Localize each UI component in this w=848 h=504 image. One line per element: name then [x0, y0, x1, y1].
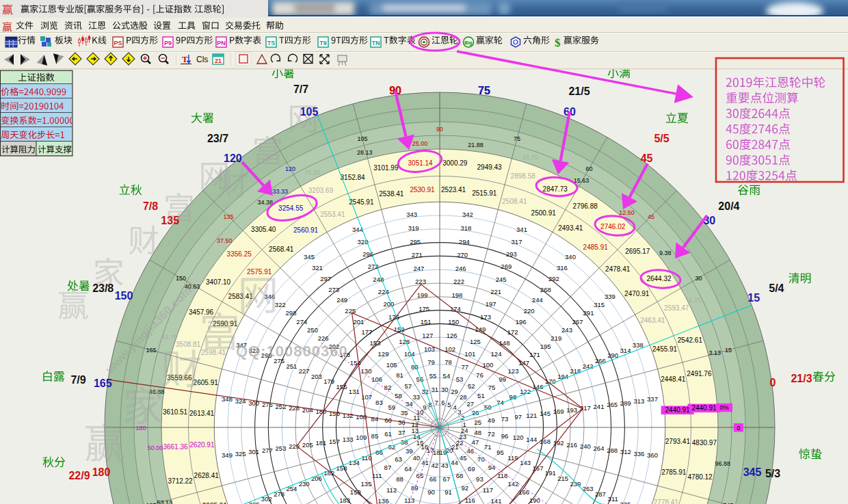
svg-text:PN: PN — [217, 40, 226, 47]
svg-text:123: 123 — [508, 367, 519, 375]
svg-text:119: 119 — [507, 454, 518, 462]
svg-text:145: 145 — [540, 410, 551, 417]
svg-text:43: 43 — [441, 462, 449, 469]
svg-text:339: 339 — [605, 293, 615, 300]
svg-text:3000.29: 3000.29 — [442, 159, 468, 167]
svg-text:64: 64 — [404, 465, 412, 473]
svg-text:106: 106 — [371, 375, 382, 383]
svg-text:2793.41: 2793.41 — [665, 438, 691, 445]
svg-text:2605.91: 2605.91 — [194, 379, 219, 386]
svg-text:87: 87 — [384, 464, 392, 471]
svg-text:293: 293 — [506, 250, 517, 258]
svg-text:311: 311 — [608, 495, 618, 503]
svg-text:342: 342 — [462, 211, 473, 218]
svg-text:Cls: Cls — [196, 55, 208, 64]
svg-text:2778.41: 2778.41 — [654, 499, 679, 504]
svg-text:73: 73 — [501, 415, 509, 423]
svg-text:120: 120 — [224, 152, 242, 164]
svg-text:195: 195 — [540, 343, 551, 350]
svg-text:298: 298 — [286, 309, 297, 317]
svg-text:45: 45 — [648, 213, 654, 220]
svg-text:93: 93 — [476, 475, 483, 483]
svg-text:2493.41: 2493.41 — [558, 224, 583, 232]
svg-text:251: 251 — [286, 362, 297, 370]
svg-text:133: 133 — [343, 436, 354, 443]
svg-text:271: 271 — [412, 251, 423, 258]
svg-text:5/4: 5/4 — [769, 282, 784, 294]
svg-text:69: 69 — [468, 465, 475, 473]
svg-text:2575.91: 2575.91 — [247, 268, 272, 276]
svg-text:143: 143 — [520, 459, 531, 466]
svg-text:78: 78 — [445, 358, 452, 366]
svg-text:343: 343 — [406, 211, 417, 218]
svg-text:226: 226 — [318, 334, 329, 342]
svg-text:96.88: 96.88 — [715, 460, 730, 467]
svg-text:53.13: 53.13 — [157, 499, 172, 504]
svg-text:177: 177 — [361, 328, 372, 336]
svg-text:2491.76: 2491.76 — [687, 370, 712, 377]
svg-text:2583.41: 2583.41 — [228, 293, 254, 300]
svg-text:104: 104 — [404, 350, 415, 358]
svg-text:2538.41: 2538.41 — [379, 190, 404, 198]
svg-text:326: 326 — [249, 501, 260, 504]
svg-text:336: 336 — [633, 450, 644, 457]
svg-text:75: 75 — [514, 135, 520, 142]
svg-text:33.33: 33.33 — [273, 188, 289, 195]
svg-text:6.25: 6.25 — [689, 297, 701, 304]
svg-text:7/8: 7/8 — [143, 200, 158, 212]
svg-text:128: 128 — [399, 338, 410, 345]
svg-text:81: 81 — [396, 371, 403, 379]
svg-text:270: 270 — [457, 251, 468, 258]
svg-text:2553.41: 2553.41 — [320, 211, 345, 218]
svg-text:2847.73: 2847.73 — [543, 185, 568, 193]
svg-text:253: 253 — [276, 445, 287, 452]
svg-text:130: 130 — [361, 367, 372, 375]
svg-text:83: 83 — [375, 399, 383, 406]
svg-text:TN: TN — [372, 40, 380, 47]
svg-text:15: 15 — [725, 347, 732, 354]
svg-text:168: 168 — [540, 438, 551, 445]
svg-text:149: 149 — [475, 326, 486, 333]
svg-text:295: 295 — [410, 238, 421, 246]
svg-text:215: 215 — [557, 475, 568, 482]
svg-text:153: 153 — [370, 339, 381, 347]
svg-text:301: 301 — [248, 448, 259, 455]
svg-text:67: 67 — [443, 475, 451, 483]
svg-text:142: 142 — [508, 480, 519, 488]
svg-text:92: 92 — [461, 484, 468, 492]
svg-text:97: 97 — [514, 413, 522, 421]
svg-text:2455.91: 2455.91 — [652, 345, 678, 353]
svg-text:315: 315 — [594, 301, 605, 308]
svg-text:337: 337 — [647, 395, 658, 403]
svg-text:35: 35 — [401, 409, 408, 416]
svg-text:21.88: 21.88 — [468, 142, 483, 148]
svg-text:2898.58: 2898.58 — [511, 172, 536, 180]
svg-text:180: 180 — [92, 466, 111, 478]
svg-text:4780.12: 4780.12 — [688, 473, 713, 481]
svg-text:325: 325 — [235, 450, 246, 457]
svg-text:248: 248 — [373, 276, 384, 283]
svg-text:2613.41: 2613.41 — [189, 410, 215, 417]
svg-text:2500.91: 2500.91 — [531, 209, 557, 217]
svg-text:3712.22: 3712.22 — [168, 477, 194, 485]
svg-text:144: 144 — [526, 436, 537, 443]
svg-text:72: 72 — [488, 430, 495, 438]
svg-text:12.50: 12.50 — [619, 209, 635, 216]
svg-text:289: 289 — [620, 399, 631, 407]
svg-text:2568.41: 2568.41 — [269, 246, 294, 253]
svg-text:247: 247 — [413, 265, 424, 272]
svg-text:2530.91: 2530.91 — [410, 186, 435, 194]
svg-text:360: 360 — [647, 451, 658, 459]
svg-text:T9: T9 — [319, 40, 327, 47]
svg-text:183: 183 — [339, 496, 350, 504]
svg-text:31: 31 — [431, 386, 438, 393]
svg-text:172: 172 — [507, 328, 518, 336]
svg-text:59: 59 — [388, 403, 395, 411]
svg-text:2523.41: 2523.41 — [441, 186, 466, 194]
svg-text:102: 102 — [445, 345, 455, 353]
svg-text:85: 85 — [371, 432, 379, 440]
svg-text:76: 76 — [476, 371, 483, 379]
svg-text:312: 312 — [620, 448, 631, 455]
svg-text:117: 117 — [483, 486, 493, 494]
svg-text:66: 66 — [429, 475, 437, 483]
